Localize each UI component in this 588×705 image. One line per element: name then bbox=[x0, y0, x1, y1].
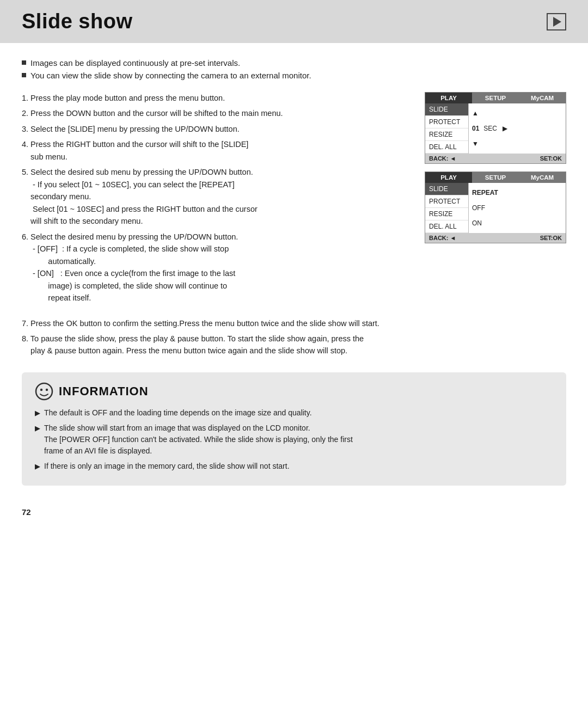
cam-menu-2-right: REPEAT OFF ON bbox=[469, 183, 566, 233]
information-box: INFORMATION ▶ The default is OFF and the… bbox=[22, 372, 566, 486]
step-5-label: 5. Select the desired sub menu by pressi… bbox=[22, 168, 253, 176]
cam-row-delall-1: DEL. ALL bbox=[425, 141, 468, 154]
play-icon bbox=[553, 17, 561, 27]
cam-row-delall-2: DEL. ALL bbox=[425, 220, 468, 233]
repeat-header-row: REPEAT bbox=[472, 188, 562, 198]
step-7-label: 7. Press the OK button to confirm the se… bbox=[22, 319, 379, 328]
sec-unit: SEC bbox=[483, 125, 497, 132]
off-option: OFF bbox=[472, 204, 485, 212]
on-row: ON bbox=[472, 218, 562, 228]
play-icon-box bbox=[547, 13, 566, 30]
cam-footer-set-1: SET:OK bbox=[540, 155, 562, 162]
step-4: 4. Press the RIGHT button and the cursor… bbox=[22, 138, 414, 163]
cam-menu-1-footer: BACK: ◄ SET:OK bbox=[425, 154, 566, 163]
cam-menu-2-tabs: PLAY SETUP MyCAM bbox=[425, 172, 566, 183]
step-2: 2. Press the DOWN button and the cursor … bbox=[22, 107, 414, 119]
step-1-label: 1. Press the play mode button and press … bbox=[22, 94, 225, 102]
cam-tab-play-1: PLAY bbox=[425, 93, 472, 103]
cam-tab-mycam-1: MyCAM bbox=[519, 93, 566, 103]
step-5-sub1: - If you select [01 ~ 10SEC], you can se… bbox=[22, 180, 235, 201]
step-6-sub1: - [OFF] : If a cycle is completed, the s… bbox=[22, 244, 229, 265]
page-header: Slide show bbox=[0, 0, 588, 43]
step-2-label: 2. Press the DOWN button and the cursor … bbox=[22, 109, 283, 118]
bullet-text-1: Images can be displayed continuously at … bbox=[30, 58, 240, 68]
cam-menu-1-body: SLIDE PROTECT RESIZE DEL. ALL ▲ 01 SEC ▶ bbox=[425, 103, 566, 154]
bullet-icon-2 bbox=[22, 73, 26, 77]
bullet-icon-1 bbox=[22, 60, 26, 65]
menus-right: PLAY SETUP MyCAM SLIDE PROTECT RESIZE DE… bbox=[425, 92, 566, 243]
info-text-1: The default is OFF and the loading time … bbox=[44, 407, 312, 419]
info-icon-svg bbox=[35, 382, 53, 401]
steps-below: 7. Press the OK button to confirm the se… bbox=[22, 317, 566, 357]
svg-point-1 bbox=[40, 389, 42, 391]
cam-menu-2-body: SLIDE PROTECT RESIZE DEL. ALL REPEAT OFF bbox=[425, 183, 566, 233]
info-arrow-2: ▶ bbox=[35, 423, 40, 434]
step-3: 3. Select the [SLIDE] menu by pressing t… bbox=[22, 123, 414, 135]
step-4-label: 4. Press the RIGHT button and the cursor… bbox=[22, 140, 248, 161]
page-number: 72 bbox=[0, 496, 588, 522]
cam-footer-back-2: BACK: ◄ bbox=[429, 235, 456, 241]
info-bullet-3: ▶ If there is only an image in the memor… bbox=[35, 461, 553, 472]
info-bullet-1: ▶ The default is OFF and the loading tim… bbox=[35, 407, 553, 419]
arrow-up-row: ▲ bbox=[472, 108, 562, 118]
on-option: ON bbox=[472, 219, 482, 227]
cam-tab-play-2: PLAY bbox=[425, 172, 472, 183]
step-5-sub2: Select [01 ~ 10SEC] and press the RIGHT … bbox=[22, 205, 258, 225]
info-arrow-3: ▶ bbox=[35, 461, 40, 472]
sec-row: 01 SEC ▶ bbox=[472, 124, 562, 133]
off-row: OFF bbox=[472, 203, 562, 213]
page-title: Slide show bbox=[22, 10, 132, 33]
arrow-right-icon: ▶ bbox=[503, 125, 507, 132]
cam-footer-set-2: SET:OK bbox=[540, 235, 562, 241]
info-text-2: The slide show will start from an image … bbox=[44, 422, 353, 457]
cam-tab-mycam-2: MyCAM bbox=[519, 172, 566, 183]
step-6: 6. Select the desired menu by pressing t… bbox=[22, 231, 414, 304]
sec-value: 01 bbox=[472, 125, 479, 132]
cam-menu-2: PLAY SETUP MyCAM SLIDE PROTECT RESIZE DE… bbox=[425, 171, 566, 243]
cam-menu-1: PLAY SETUP MyCAM SLIDE PROTECT RESIZE DE… bbox=[425, 92, 566, 164]
arrow-down-row: ▼ bbox=[472, 139, 562, 149]
cam-menu-1-tabs: PLAY SETUP MyCAM bbox=[425, 93, 566, 103]
cam-row-protect-1: PROTECT bbox=[425, 116, 468, 128]
instructions-left: 1. Press the play mode button and press … bbox=[22, 92, 414, 308]
info-text-3: If there is only an image in the memory … bbox=[44, 461, 290, 472]
cam-row-resize-2: RESIZE bbox=[425, 208, 468, 220]
repeat-label: REPEAT bbox=[472, 189, 498, 197]
cam-tab-setup-1: SETUP bbox=[472, 93, 519, 103]
step-8: 8. To pause the slide show, press the pl… bbox=[22, 333, 566, 357]
info-title: INFORMATION bbox=[59, 384, 149, 399]
bullet-item-1: Images can be displayed continuously at … bbox=[22, 58, 566, 68]
arrow-up-icon: ▲ bbox=[472, 109, 479, 117]
step-6-sub2: - [ON] : Even once a cycle(from the firs… bbox=[22, 269, 235, 302]
arrow-down-icon: ▼ bbox=[472, 140, 479, 148]
step-1: 1. Press the play mode button and press … bbox=[22, 92, 414, 104]
info-header: INFORMATION bbox=[35, 382, 553, 401]
cam-menu-2-left: SLIDE PROTECT RESIZE DEL. ALL bbox=[425, 183, 469, 233]
cam-row-resize-1: RESIZE bbox=[425, 128, 468, 141]
intro-bullets: Images can be displayed continuously at … bbox=[22, 58, 566, 80]
cam-menu-1-right: ▲ 01 SEC ▶ ▼ bbox=[469, 103, 566, 154]
instructions-and-menus: 1. Press the play mode button and press … bbox=[22, 92, 566, 308]
cam-row-slide-2: SLIDE bbox=[425, 183, 468, 195]
step-6-label: 6. Select the desired menu by pressing t… bbox=[22, 232, 238, 241]
bullet-item-2: You can view the slide show by connectin… bbox=[22, 71, 566, 80]
step-7: 7. Press the OK button to confirm the se… bbox=[22, 317, 566, 329]
cam-tab-setup-2: SETUP bbox=[472, 172, 519, 183]
step-5: 5. Select the desired sub menu by pressi… bbox=[22, 166, 414, 227]
bullet-text-2: You can view the slide show by connectin… bbox=[30, 71, 311, 80]
cam-footer-back-1: BACK: ◄ bbox=[429, 155, 456, 162]
info-bullet-2: ▶ The slide show will start from an imag… bbox=[35, 422, 553, 457]
step-8-label: 8. To pause the slide show, press the pl… bbox=[22, 334, 364, 355]
cam-menu-1-left: SLIDE PROTECT RESIZE DEL. ALL bbox=[425, 103, 469, 154]
cam-menu-2-footer: BACK: ◄ SET:OK bbox=[425, 233, 566, 243]
step-3-label: 3. Select the [SLIDE] menu by pressing t… bbox=[22, 125, 240, 133]
cam-row-protect-2: PROTECT bbox=[425, 195, 468, 208]
content-area: Images can be displayed continuously at … bbox=[0, 58, 588, 486]
svg-point-2 bbox=[46, 389, 48, 391]
svg-point-0 bbox=[36, 383, 52, 400]
cam-row-slide-1: SLIDE bbox=[425, 103, 468, 116]
info-arrow-1: ▶ bbox=[35, 408, 40, 419]
